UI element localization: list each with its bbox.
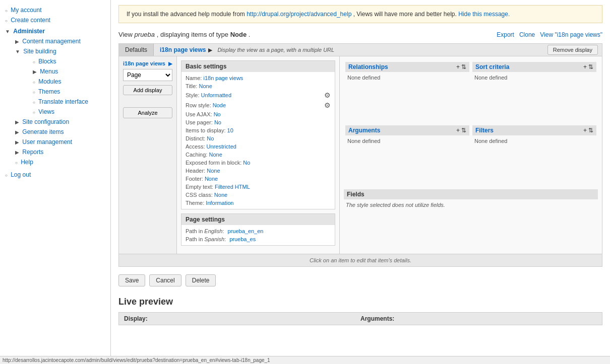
filters-add-btn[interactable]: + — [583, 127, 587, 134]
views-bottom-bar: Click on an item to edit that item's det… — [119, 254, 602, 266]
sidebar-item-views[interactable]: ○ Views — [28, 107, 110, 117]
modules-link[interactable]: Modules — [38, 78, 61, 85]
menus-link[interactable]: Menus — [40, 68, 58, 75]
page-settings-body: Path in English: prueba_en_en Path in Sp… — [181, 225, 335, 245]
translate-interface-link[interactable]: Translate interface — [38, 98, 88, 105]
row-style-label-val: Row style: Node — [186, 102, 226, 108]
setting-footer: Footer: None — [186, 175, 331, 183]
i18n-page-tab[interactable]: i18n page views ▶ Display the view as a … — [154, 44, 340, 56]
sidebar-item-modules[interactable]: ○ Modules — [28, 77, 110, 87]
theme-value[interactable]: Information — [206, 200, 233, 206]
name-value[interactable]: i18n page views — [203, 75, 243, 81]
items-label: Items to display: — [186, 127, 225, 133]
sidebar-item-generate-items[interactable]: ▶ Generate items — [10, 127, 110, 137]
view-name: prueba — [135, 31, 155, 38]
sidebar-item-log-out[interactable]: ○ Log out — [0, 170, 110, 180]
use-ajax-value[interactable]: No — [214, 111, 221, 117]
display-label: i18n page views — [123, 60, 165, 66]
info-text-before: If you install the advanced help module … — [127, 11, 245, 18]
generate-items-link[interactable]: Generate items — [22, 128, 64, 135]
sidebar-item-themes[interactable]: ○ Themes — [28, 87, 110, 97]
themes-link[interactable]: Themes — [38, 88, 60, 95]
create-content-link[interactable]: Create content — [11, 17, 50, 24]
filters-reorder-btn[interactable]: ⇅ — [588, 127, 593, 134]
arguments-title: Arguments — [348, 127, 380, 134]
header-value[interactable]: None — [207, 168, 220, 174]
hide-message-link[interactable]: Hide this message. — [458, 11, 510, 18]
view-label: View — [118, 31, 133, 38]
clone-link[interactable]: Clone — [519, 31, 535, 38]
items-value[interactable]: 10 — [227, 127, 233, 133]
add-display-button[interactable]: Add display — [123, 85, 172, 95]
sidebar-item-menus[interactable]: ▶ Menus — [28, 66, 110, 77]
style-value[interactable]: Unformatted — [201, 92, 232, 98]
administer-link[interactable]: Administer — [13, 28, 45, 35]
reports-link[interactable]: Reports — [22, 149, 43, 156]
analyze-button[interactable]: Analyze — [123, 107, 172, 118]
arguments-panel: Arguments + ⇅ None defined — [344, 124, 471, 187]
sidebar-item-help[interactable]: ○ Help — [10, 157, 110, 167]
relationships-none: None defined — [345, 74, 469, 82]
save-button[interactable]: Save — [118, 274, 145, 286]
sidebar-item-my-account[interactable]: ○ My account — [0, 5, 110, 15]
content-management-link[interactable]: Content management — [22, 38, 80, 45]
site-building-link[interactable]: Site building — [23, 48, 56, 55]
distinct-value[interactable]: No — [207, 135, 214, 141]
user-management-link[interactable]: User management — [22, 138, 72, 145]
log-out-link[interactable]: Log out — [11, 171, 31, 178]
css-class-value[interactable]: None — [214, 192, 227, 198]
page-settings-header: Page settings — [181, 214, 335, 225]
arguments-add-btn[interactable]: + — [456, 127, 460, 134]
sidebar-item-content-management[interactable]: ▶ Content management — [10, 36, 110, 46]
views-editor: Defaults i18n page views ▶ Display the v… — [118, 43, 602, 267]
setting-header: Header: None — [186, 167, 331, 175]
relationships-reorder-btn[interactable]: ⇅ — [461, 63, 466, 70]
arguments-reorder-btn[interactable]: ⇅ — [461, 127, 466, 134]
advanced-help-link[interactable]: http://drupal.org/project/advanced_help — [247, 11, 351, 18]
cancel-button[interactable]: Cancel — [149, 274, 181, 286]
defaults-tab[interactable]: Defaults — [119, 44, 154, 56]
title-value[interactable]: None — [199, 83, 212, 89]
access-value[interactable]: Unrestricted — [207, 143, 236, 150]
sort-criteria-reorder-btn[interactable]: ⇅ — [588, 63, 593, 70]
sidebar-item-translate-interface[interactable]: ○ Translate interface — [28, 97, 110, 107]
relationships-add-btn[interactable]: + — [456, 63, 460, 70]
path-english-value[interactable]: prueba_en_en — [228, 228, 264, 234]
help-link[interactable]: Help — [21, 159, 33, 166]
circle-icon: ○ — [33, 110, 35, 115]
sidebar-item-site-building[interactable]: ▼ Site building — [10, 46, 110, 56]
status-url: http://desarrollos.jacintoecapote.com/ad… — [3, 357, 270, 363]
sidebar-item-reports[interactable]: ▶ Reports — [10, 147, 110, 157]
views-link[interactable]: Views — [38, 108, 54, 115]
sort-criteria-none: None defined — [472, 74, 596, 82]
site-configuration-link[interactable]: Site configuration — [22, 118, 69, 125]
empty-text-value[interactable]: Filtered HTML — [215, 184, 250, 190]
circle-icon: ○ — [5, 9, 8, 13]
path-spanish-value[interactable]: prueba_es — [229, 236, 256, 242]
footer-value[interactable]: None — [205, 176, 218, 182]
caching-value[interactable]: None — [209, 152, 222, 158]
remove-display-button[interactable]: Remove display — [547, 45, 598, 55]
gear-icon-style[interactable]: ⚙ — [324, 91, 331, 99]
fields-desc: The style selected does not utilize fiel… — [344, 201, 598, 209]
displaying-text: , displaying items of type — [157, 31, 228, 38]
view-i18n-link[interactable]: View "i18n page views" — [540, 31, 602, 38]
blocks-link[interactable]: Blocks — [38, 58, 56, 65]
row-style-value[interactable]: Node — [213, 102, 226, 108]
sidebar-item-create-content[interactable]: ○ Create content — [0, 15, 110, 25]
my-account-link[interactable]: My account — [11, 7, 41, 14]
sidebar-item-user-management[interactable]: ▶ User management — [10, 137, 110, 147]
export-link[interactable]: Export — [497, 31, 514, 38]
display-type-select[interactable]: Page — [123, 69, 172, 81]
delete-button[interactable]: Delete — [186, 274, 216, 286]
gear-icon-row-style[interactable]: ⚙ — [324, 101, 331, 109]
sidebar-item-site-configuration[interactable]: ▶ Site configuration — [10, 117, 110, 127]
administer-header[interactable]: ▼ Administer — [0, 26, 110, 36]
page-settings-section: Page settings Path in English: prueba_en… — [181, 213, 335, 246]
sort-criteria-add-btn[interactable]: + — [583, 63, 587, 70]
sidebar-item-blocks[interactable]: ○ Blocks — [28, 56, 110, 66]
basic-settings-header: Basic settings — [181, 61, 335, 72]
use-pager-value[interactable]: No — [214, 119, 221, 125]
setting-name: Name: i18n page views — [186, 74, 331, 82]
exposed-form-value[interactable]: No — [243, 160, 250, 166]
